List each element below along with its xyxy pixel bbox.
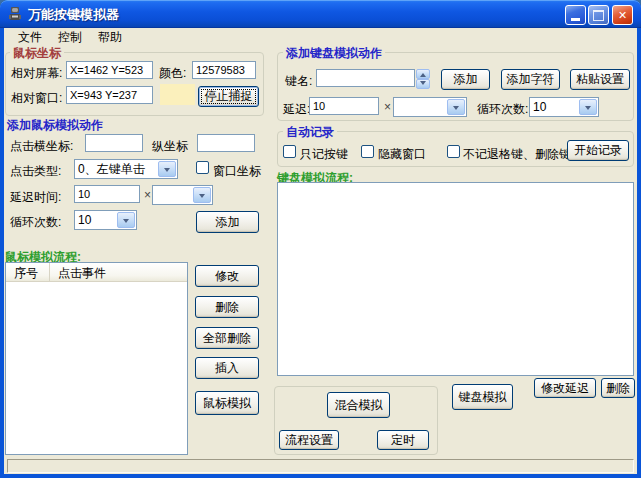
kb-loop-value: 10	[530, 100, 578, 114]
close-button[interactable]	[612, 5, 633, 25]
kb-loop-select[interactable]: 10	[529, 97, 599, 117]
key-name-label: 键名:	[285, 73, 312, 90]
mouse-loop-select[interactable]: 10	[74, 210, 137, 230]
chevron-down-icon[interactable]	[416, 79, 430, 89]
minimize-icon	[571, 18, 580, 21]
kb-loop-label: 循环次数:	[477, 101, 528, 118]
mouse-flow-list-body[interactable]	[6, 282, 187, 454]
mouse-loop-value: 10	[75, 213, 116, 227]
mouse-coords-title: 鼠标坐标	[10, 45, 64, 62]
kb-delay-label: 延迟:	[283, 101, 310, 118]
chevron-down-icon[interactable]	[193, 187, 211, 203]
key-name-input[interactable]	[316, 69, 415, 87]
maximize-icon	[593, 10, 604, 21]
app-window: 万能按键模拟器 文件 控制 帮助 鼠标坐标 相对屏幕: 颜色: 相对窗口: 停止…	[0, 0, 641, 478]
close-icon	[613, 6, 632, 24]
insert-button[interactable]: 插入	[195, 357, 259, 379]
kb-delete-button[interactable]: 删除	[601, 378, 635, 398]
color-value-input[interactable]	[192, 61, 256, 79]
modify-delay-button[interactable]: 修改延迟	[534, 378, 596, 398]
mouse-delay-label: 延迟时间:	[10, 189, 61, 206]
status-bar	[7, 459, 634, 473]
click-type-value: 0、左键单击	[75, 161, 157, 178]
keyboard-simulate-button[interactable]: 键盘模拟	[452, 384, 513, 410]
key-name-stepper[interactable]	[416, 69, 430, 87]
keys-only-checkbox[interactable]	[283, 145, 296, 158]
click-x-label: 点击横坐标:	[10, 138, 73, 155]
mixed-simulate-button[interactable]: 混合模拟	[327, 392, 390, 418]
minimize-button[interactable]	[565, 5, 586, 25]
click-type-label: 点击类型:	[10, 163, 61, 180]
rel-window-input[interactable]	[66, 86, 153, 104]
menu-help[interactable]: 帮助	[90, 28, 130, 47]
rel-screen-label: 相对屏幕:	[11, 65, 62, 82]
app-icon	[7, 6, 23, 22]
auto-record-title: 自动记录	[283, 124, 337, 141]
no-backspace-label: 不记退格键、删除键	[463, 146, 571, 163]
mouse-flow-list[interactable]: 序号 点击事件	[5, 262, 188, 455]
kb-delay-unit-select[interactable]	[393, 97, 467, 117]
multiply-sign: ×	[384, 100, 391, 114]
maximize-button[interactable]	[588, 5, 609, 25]
start-record-button[interactable]: 开始记录	[567, 140, 629, 161]
add-keyboard-title: 添加键盘模拟动作	[283, 45, 385, 62]
chevron-down-icon[interactable]	[579, 99, 597, 115]
chevron-up-icon[interactable]	[416, 69, 430, 79]
delete-button[interactable]: 删除	[195, 296, 259, 318]
keyboard-flow-area[interactable]	[277, 182, 634, 376]
window-coord-checkbox[interactable]	[196, 161, 209, 174]
mouse-flow-list-header: 序号 点击事件	[6, 263, 187, 282]
no-backspace-checkbox[interactable]	[447, 145, 460, 158]
add-char-button[interactable]: 添加字符	[501, 69, 560, 90]
rel-screen-input[interactable]	[66, 61, 153, 79]
mouse-delay-input[interactable]	[74, 185, 140, 203]
paste-settings-button[interactable]: 粘贴设置	[570, 69, 630, 90]
add-key-button[interactable]: 添加	[441, 69, 490, 90]
mouse-simulate-button[interactable]: 鼠标模拟	[195, 391, 259, 415]
window-title: 万能按键模拟器	[28, 6, 119, 24]
click-x-input[interactable]	[85, 134, 143, 152]
color-swatch	[160, 84, 195, 105]
timer-button[interactable]: 定时	[377, 430, 429, 450]
rel-window-label: 相对窗口:	[11, 90, 62, 107]
column-index: 序号	[6, 263, 50, 281]
hide-window-label: 隐藏窗口	[378, 146, 426, 163]
flow-settings-button[interactable]: 流程设置	[279, 430, 339, 450]
click-y-input[interactable]	[197, 134, 255, 152]
stop-capture-button[interactable]: 停止捕捉	[198, 86, 259, 107]
kb-delay-input[interactable]	[309, 97, 379, 115]
mouse-loop-label: 循环次数:	[10, 214, 61, 231]
column-click-event: 点击事件	[50, 263, 187, 281]
title-bar[interactable]: 万能按键模拟器	[0, 0, 641, 28]
modify-button[interactable]: 修改	[195, 265, 259, 287]
hide-window-checkbox[interactable]	[361, 145, 374, 158]
click-type-select[interactable]: 0、左键单击	[74, 159, 178, 179]
click-y-label: 纵坐标	[152, 138, 188, 155]
keys-only-label: 只记按键	[300, 146, 348, 163]
color-label: 颜色:	[159, 65, 186, 82]
multiply-sign: ×	[144, 188, 151, 202]
chevron-down-icon[interactable]	[117, 212, 135, 228]
chevron-down-icon[interactable]	[447, 99, 465, 115]
delete-all-button[interactable]: 全部删除	[195, 327, 259, 349]
window-coord-label: 窗口坐标	[213, 163, 261, 180]
add-mouse-title: 添加鼠标模拟动作	[7, 117, 103, 134]
mouse-delay-unit-select[interactable]	[152, 185, 213, 205]
chevron-down-icon[interactable]	[158, 161, 176, 177]
add-mouse-action-button[interactable]: 添加	[196, 211, 259, 233]
